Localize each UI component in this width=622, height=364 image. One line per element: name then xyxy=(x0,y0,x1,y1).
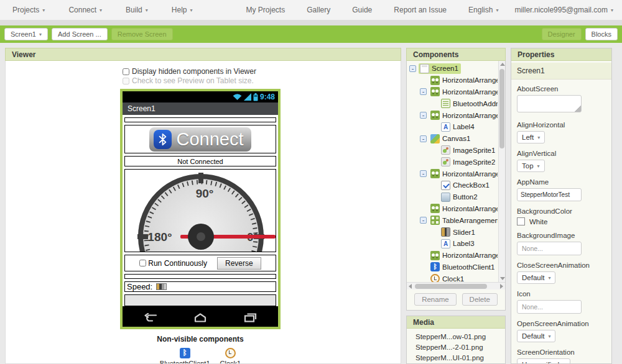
collapse-icon[interactable]: - xyxy=(409,65,416,72)
menu-item[interactable]: Gallery ▾ xyxy=(307,6,336,14)
designer-tab-button[interactable]: Designer xyxy=(542,28,582,40)
rename-button[interactable]: Rename xyxy=(414,293,456,306)
collapse-icon[interactable]: - xyxy=(420,88,427,95)
component-tree-row[interactable]: - HorizontalArrangement xyxy=(408,203,498,215)
component-tree-row[interactable]: - ImageSprite2 xyxy=(408,156,498,168)
component-tree-row[interactable]: - HorizontalArrangement xyxy=(408,250,498,262)
property-value-closescreenanimation[interactable]: Default▾ xyxy=(517,271,555,284)
property-value-icon[interactable]: None... xyxy=(517,300,582,314)
property-value-appname[interactable] xyxy=(517,188,582,201)
menu-item[interactable]: Projects ▾ xyxy=(12,6,45,14)
run-arrangement: Run Continuously Reverse xyxy=(124,255,276,271)
scroll-down-arrow[interactable] xyxy=(500,277,505,280)
menu-item[interactable]: English ▾ xyxy=(468,6,498,14)
component-tree-row[interactable]: - Screen1 xyxy=(408,63,498,75)
chevron-down-icon: ▾ xyxy=(537,135,540,140)
component-label: Screen1 xyxy=(432,65,458,72)
tree-vertical-scrollbar[interactable] xyxy=(498,61,505,282)
component-tree-row[interactable]: - HorizontalArrangement xyxy=(408,75,498,86)
property-screenorientation: ScreenOrientationUnspecified▾ xyxy=(517,348,606,364)
delete-button[interactable]: Delete xyxy=(462,293,498,306)
battery-icon xyxy=(253,93,258,101)
chevron-down-icon: ▾ xyxy=(537,163,540,169)
run-continuously-row[interactable]: Run Continuously xyxy=(139,259,207,268)
scrollbar-thumb[interactable] xyxy=(415,284,487,289)
component-tree-row[interactable]: - Label3 xyxy=(408,238,498,250)
scrollbar-thumb[interactable] xyxy=(499,69,504,148)
speed-label: Speed: xyxy=(127,282,152,291)
menu-item[interactable]: Build ▾ xyxy=(126,6,148,14)
media-file[interactable]: StepperM...UI-01.png xyxy=(407,353,505,363)
collapse-icon[interactable]: - xyxy=(420,112,427,119)
speed-slider[interactable] xyxy=(156,283,167,290)
collapse-icon[interactable]: - xyxy=(420,217,427,224)
viewer-header: Viewer xyxy=(5,48,401,61)
horizontal-arrangement-empty[interactable] xyxy=(124,294,276,306)
non-visible-item[interactable]: Clock1 xyxy=(220,348,241,364)
menu-item[interactable]: Report an Issue ▾ xyxy=(394,6,452,14)
property-label: CloseScreenAnimation xyxy=(517,262,606,269)
tablet-preview-checkbox[interactable] xyxy=(123,78,129,84)
back-icon[interactable] xyxy=(144,313,157,322)
property-value-screenorientation[interactable]: Unspecified▾ xyxy=(517,358,570,364)
component-tree-row[interactable]: - HorizontalArrangement xyxy=(408,86,498,98)
component-tree-row[interactable]: - HorizontalArrangement xyxy=(408,168,498,180)
scroll-left-arrow[interactable] xyxy=(409,284,412,289)
component-label: HorizontalArrangement xyxy=(442,170,498,178)
menu-label: Report an Issue xyxy=(394,6,447,14)
display-hidden-checkbox-row[interactable]: Display hidden components in Viewer xyxy=(123,67,401,76)
property-value-openscreenanimation[interactable]: Default▾ xyxy=(517,330,555,342)
component-tree-row[interactable]: - BluetoothClient1 xyxy=(408,262,498,273)
property-value-aboutscreen[interactable] xyxy=(517,95,582,112)
menu-item[interactable]: miller.nicole995@gmail.com ▾ xyxy=(514,6,613,14)
remove-screen-button[interactable]: Remove Screen xyxy=(111,28,173,40)
collapse-icon[interactable]: - xyxy=(420,135,427,142)
chevron-down-icon: ▾ xyxy=(42,7,45,13)
collapse-icon[interactable]: - xyxy=(420,170,427,177)
home-icon[interactable] xyxy=(193,313,207,322)
component-tree-row[interactable]: - ImageSprite1 xyxy=(408,145,498,157)
tree-horizontal-scrollbar[interactable] xyxy=(407,282,505,289)
menu-item[interactable]: Connect ▾ xyxy=(68,6,102,14)
scroll-up-arrow[interactable] xyxy=(500,63,505,66)
component-tree-row[interactable]: - CheckBox1 xyxy=(408,180,498,191)
reverse-button[interactable]: Reverse xyxy=(217,257,261,270)
property-value-alignvertical[interactable]: Top▾ xyxy=(517,160,545,172)
property-value-backgroundimage[interactable]: None... xyxy=(517,242,582,255)
recents-icon[interactable] xyxy=(243,313,257,322)
component-tree-row[interactable]: - Slider1 xyxy=(408,226,498,238)
component-tree-row[interactable]: - HorizontalArrangement xyxy=(408,109,498,121)
component-tree-row[interactable]: - BluetoothAddresses xyxy=(408,98,498,109)
media-file[interactable]: StepperM...-2-01.png xyxy=(407,342,505,353)
screen-selector-button[interactable]: Screen1 ▾ xyxy=(4,28,48,40)
component-tree-row[interactable]: - Canvas1 xyxy=(408,133,498,145)
component-tree-row[interactable]: - Clock1 xyxy=(408,273,498,282)
connect-button[interactable]: Connect xyxy=(149,127,251,152)
display-hidden-checkbox[interactable] xyxy=(123,68,129,75)
non-visible-item[interactable]: BluetoothClient1 xyxy=(160,348,210,364)
scroll-right-arrow[interactable] xyxy=(500,284,503,289)
component-tree-row[interactable]: - Button2 xyxy=(408,191,498,203)
property-appname: AppName xyxy=(517,178,606,201)
menu-item[interactable]: Guide ▾ xyxy=(352,6,378,14)
run-continuously-checkbox[interactable] xyxy=(139,260,146,266)
blocks-tab-button[interactable]: Blocks xyxy=(585,28,618,40)
phone-title-bar: Screen1 xyxy=(123,102,278,115)
menu-item[interactable]: Help ▾ xyxy=(172,6,193,14)
chevron-down-icon: ▾ xyxy=(563,362,565,364)
horizontal-arrangement-empty[interactable] xyxy=(124,117,276,122)
add-screen-button[interactable]: Add Screen ... xyxy=(52,28,108,40)
tablet-preview-checkbox-row[interactable]: Check to see Preview on Tablet size. xyxy=(123,76,401,86)
phone-nav-bar xyxy=(123,309,278,327)
component-tree-row[interactable]: - Label4 xyxy=(408,121,498,133)
color-swatch xyxy=(517,217,525,225)
gauge-canvas[interactable]: 90° 180° 0° xyxy=(124,169,276,252)
media-panel: Media StepperM...ow-01.png StepperM...-2… xyxy=(406,316,506,364)
media-file[interactable]: StepperM...ow-01.png xyxy=(407,332,505,342)
property-value-backgroundcolor[interactable]: White xyxy=(517,217,606,225)
property-value-alignhorizontal[interactable]: Left▾ xyxy=(517,131,545,143)
component-tree-row[interactable]: - TableArrangement2 xyxy=(408,214,498,226)
horizontal-arrangement-empty[interactable] xyxy=(124,274,276,279)
menu-item[interactable]: My Projects ▾ xyxy=(246,6,291,14)
properties-panel: Properties Screen1 AboutScreenAlignHoriz… xyxy=(511,48,612,364)
